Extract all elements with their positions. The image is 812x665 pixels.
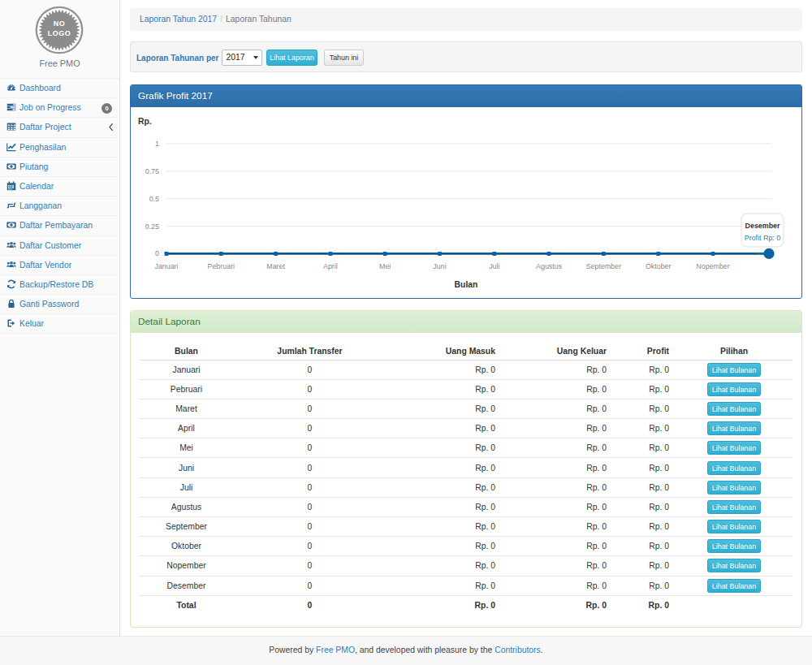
svg-text:September: September: [586, 262, 621, 270]
svg-text:0.5: 0.5: [149, 194, 159, 202]
svg-text:0: 0: [155, 249, 159, 257]
svg-text:Januari: Januari: [154, 262, 178, 270]
svg-text:0.75: 0.75: [145, 166, 159, 175]
svg-text:Maret: Maret: [266, 262, 285, 270]
svg-text:Rp.: Rp.: [138, 117, 152, 126]
svg-text:Juli: Juli: [489, 262, 499, 270]
svg-text:April: April: [323, 262, 338, 270]
svg-text:Oktober: Oktober: [646, 262, 672, 270]
svg-text:LOGO: LOGO: [48, 29, 71, 37]
svg-text:Juni: Juni: [433, 262, 446, 270]
svg-text:NO: NO: [54, 19, 66, 28]
svg-text:Nopember: Nopember: [696, 262, 729, 270]
svg-text:Agustus: Agustus: [536, 262, 563, 270]
svg-text:Bulan: Bulan: [455, 280, 478, 289]
svg-text:Desember: Desember: [745, 222, 780, 230]
svg-text:Mei: Mei: [379, 262, 391, 270]
svg-text:Profit Rp: 0: Profit Rp: 0: [745, 234, 780, 242]
svg-text:1: 1: [155, 139, 159, 147]
svg-text:0.25: 0.25: [145, 222, 159, 230]
svg-text:Pebruari: Pebruari: [208, 262, 235, 270]
